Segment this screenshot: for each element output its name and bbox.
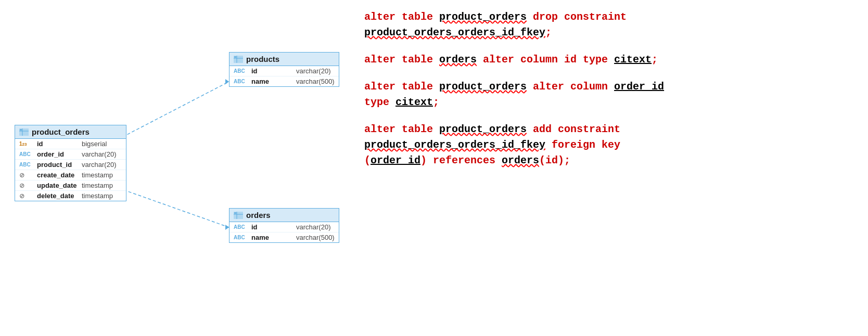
table-row: ABC name varchar(500) bbox=[229, 76, 339, 86]
table-row: ABC id varchar(20) bbox=[229, 222, 339, 232]
col-name: id bbox=[37, 140, 79, 148]
col-name: id bbox=[251, 67, 293, 75]
svg-rect-13 bbox=[234, 56, 236, 58]
svg-line-3 bbox=[109, 185, 229, 227]
sql-block-4: alter table product_orders add constrain… bbox=[364, 122, 847, 169]
col-type-icon: ABC bbox=[234, 224, 248, 230]
table-product-orders-header: product_orders bbox=[15, 125, 126, 139]
sql-keyword: ) references bbox=[420, 154, 502, 166]
sql-keyword: ; bbox=[545, 27, 552, 38]
col-name: name bbox=[251, 77, 293, 85]
col-type-icon: ⊘ bbox=[19, 192, 34, 200]
col-type-icon: ABC bbox=[19, 151, 34, 157]
col-name: update_date bbox=[37, 182, 79, 189]
sql-keyword: foreign key bbox=[545, 139, 620, 151]
col-type: timestamp bbox=[82, 182, 113, 189]
svg-rect-9 bbox=[20, 129, 22, 131]
col-type-icon: ⊘ bbox=[19, 182, 34, 189]
col-name: id bbox=[251, 223, 293, 231]
sql-constraint-name: product_orders_orders_id_fkey bbox=[364, 139, 545, 151]
sql-table-name: orders bbox=[439, 54, 477, 66]
col-type: varchar(500) bbox=[296, 234, 335, 241]
table-products: products ABC id varchar(20) ABC name var… bbox=[229, 52, 339, 87]
sql-type-name: citext bbox=[614, 54, 652, 66]
col-type: timestamp bbox=[82, 171, 113, 179]
sql-keyword: alter table bbox=[364, 11, 439, 23]
svg-rect-17 bbox=[234, 212, 236, 214]
col-type: varchar(20) bbox=[296, 223, 330, 231]
col-name: create_date bbox=[37, 171, 79, 179]
svg-line-0 bbox=[109, 82, 229, 144]
sql-keyword: type bbox=[364, 96, 395, 108]
sql-keyword: alter column id type bbox=[477, 54, 614, 66]
table-products-title: products bbox=[246, 55, 279, 63]
svg-marker-5 bbox=[225, 225, 229, 230]
col-type-icon: ABC bbox=[234, 68, 248, 74]
table-row: ⊘ create_date timestamp bbox=[15, 170, 126, 180]
sql-keyword: ( bbox=[364, 154, 371, 166]
sql-col-ref: order_id bbox=[371, 154, 420, 166]
sql-table-name: product_orders bbox=[439, 123, 527, 135]
sql-type-name: citext bbox=[395, 96, 433, 108]
sql-block-1: alter table product_orders drop constrai… bbox=[364, 9, 847, 41]
sql-keyword: ; bbox=[433, 96, 439, 108]
table-icon bbox=[234, 56, 243, 63]
table-row: ABC order_id varchar(20) bbox=[15, 149, 126, 160]
sql-area: alter table product_orders drop constrai… bbox=[343, 0, 868, 336]
diagram-area: product_orders 123 id bigserial ABC orde… bbox=[0, 0, 343, 336]
table-row: ABC product_id varchar(20) bbox=[15, 160, 126, 170]
table-product-orders: product_orders 123 id bigserial ABC orde… bbox=[15, 125, 126, 201]
table-row: ABC name varchar(500) bbox=[229, 232, 339, 242]
sql-keyword: drop constraint bbox=[527, 11, 627, 23]
sql-block-2: alter table orders alter column id type … bbox=[364, 52, 847, 68]
sql-constraint-name: product_orders_orders_id_fkey bbox=[364, 27, 545, 38]
col-name: delete_date bbox=[37, 192, 79, 200]
col-type-icon: 123 bbox=[19, 141, 34, 147]
sql-table-name: product_orders bbox=[439, 11, 527, 23]
col-type: varchar(20) bbox=[82, 161, 116, 169]
table-row: 123 id bigserial bbox=[15, 139, 126, 149]
sql-col-name: order_id bbox=[614, 81, 664, 93]
table-orders-header: orders bbox=[229, 209, 339, 222]
col-name: name bbox=[251, 234, 293, 241]
sql-table-name: product_orders bbox=[439, 81, 527, 93]
sql-keyword: alter table bbox=[364, 54, 439, 66]
sql-ref-table: orders bbox=[502, 154, 539, 166]
table-row: ABC id varchar(20) bbox=[229, 66, 339, 76]
col-type-icon: ABC bbox=[19, 162, 34, 167]
col-type: varchar(20) bbox=[296, 67, 330, 75]
col-type-icon: ABC bbox=[234, 79, 248, 84]
table-products-header: products bbox=[229, 53, 339, 66]
col-type-icon: ABC bbox=[234, 235, 248, 240]
sql-keyword: add constraint bbox=[527, 123, 620, 135]
svg-marker-2 bbox=[225, 79, 229, 84]
table-row: ⊘ update_date timestamp bbox=[15, 180, 126, 191]
col-type-icon: ⊘ bbox=[19, 172, 34, 179]
table-icon bbox=[234, 212, 243, 219]
col-type: timestamp bbox=[82, 192, 113, 200]
table-orders-title: orders bbox=[246, 211, 271, 219]
sql-keyword: alter table bbox=[364, 81, 439, 93]
table-icon bbox=[19, 128, 29, 136]
sql-block-3: alter table product_orders alter column … bbox=[364, 79, 847, 110]
col-type: bigserial bbox=[82, 140, 107, 148]
table-product-orders-title: product_orders bbox=[32, 127, 90, 136]
col-name: order_id bbox=[37, 150, 79, 158]
sql-keyword: (id); bbox=[539, 154, 570, 166]
col-type: varchar(20) bbox=[82, 150, 116, 158]
sql-keyword: ; bbox=[652, 54, 658, 66]
sql-keyword: alter column bbox=[527, 81, 614, 93]
col-name: product_id bbox=[37, 161, 79, 169]
sql-keyword: alter table bbox=[364, 123, 439, 135]
table-row: ⊘ delete_date timestamp bbox=[15, 191, 126, 201]
col-type: varchar(500) bbox=[296, 77, 335, 85]
table-orders: orders ABC id varchar(20) ABC name varch… bbox=[229, 208, 339, 243]
